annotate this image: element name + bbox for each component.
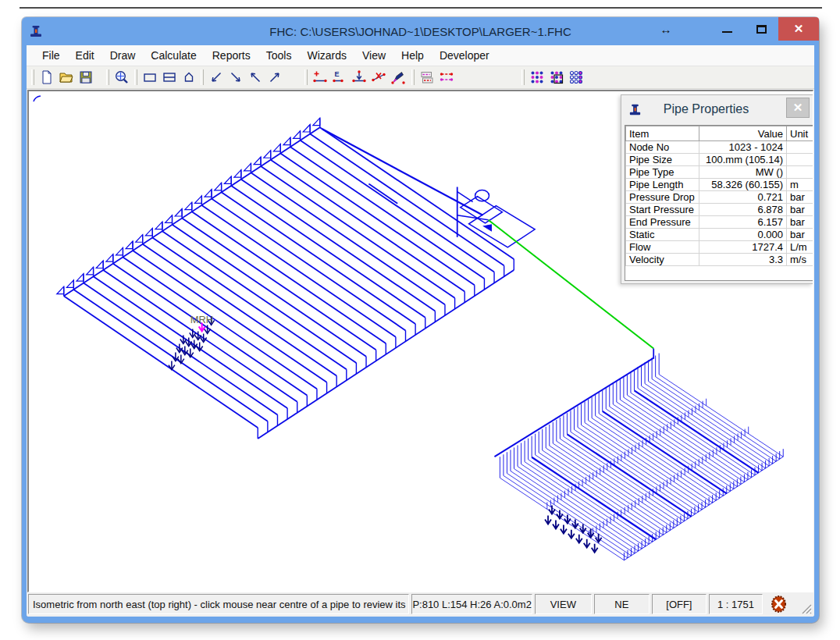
- menu-view[interactable]: View: [354, 45, 393, 66]
- status-orientation-ne[interactable]: NE: [594, 594, 650, 614]
- prop-unit: L/m: [787, 241, 814, 254]
- rect-tool-icon[interactable]: [140, 68, 159, 87]
- drawing-canvas[interactable]: MRH Pipe Properties ✕: [27, 90, 813, 592]
- break-pipe-icon[interactable]: [368, 68, 388, 87]
- add-node-icon[interactable]: [310, 68, 329, 87]
- panel-title: Pipe Properties: [621, 102, 791, 116]
- prop-value: 1727.4: [699, 241, 787, 254]
- menu-calculate[interactable]: Calculate: [143, 45, 204, 66]
- menu-developer[interactable]: Developer: [432, 45, 497, 66]
- prop-item: Velocity: [626, 254, 699, 266]
- menu-tools[interactable]: Tools: [258, 45, 300, 66]
- prop-item: Pipe Length: [626, 179, 699, 191]
- drag-cursor-icon: ↔: [650, 17, 682, 41]
- toolbar-grip: [521, 69, 525, 85]
- pipe-properties-table: Item Value Unit Node No 1023 - 1024 Pipe…: [625, 125, 813, 281]
- prop-unit: [787, 166, 814, 179]
- grid-dots-icon[interactable]: [527, 68, 546, 87]
- pipe-prop-row[interactable]: Pressure Drop 0.721 bar: [626, 191, 814, 204]
- prop-item: End Pressure: [626, 216, 699, 229]
- menu-edit[interactable]: Edit: [68, 45, 102, 66]
- menu-bar: FileEditDrawCalculateReportsToolsWizards…: [27, 45, 814, 66]
- prop-unit: bar: [787, 204, 814, 216]
- prop-unit: [787, 154, 814, 166]
- prop-value: 0.721: [699, 191, 787, 204]
- copy-range-icon[interactable]: [417, 68, 436, 87]
- arrow-nw-icon[interactable]: [245, 68, 265, 87]
- prop-unit: [787, 141, 814, 154]
- open-folder-icon[interactable]: [56, 68, 76, 87]
- toolbar-grip: [106, 69, 109, 85]
- prop-value: 6.878: [699, 204, 787, 216]
- status-tail: [765, 594, 813, 614]
- menu-wizards[interactable]: Wizards: [299, 45, 354, 66]
- split-rect-tool-icon[interactable]: [159, 68, 179, 87]
- save-icon[interactable]: [76, 68, 95, 87]
- toolbar-grip: [411, 69, 415, 85]
- toolbar-grip: [201, 69, 204, 85]
- pipe-prop-row[interactable]: Flow 1727.4 L/m: [626, 241, 814, 254]
- prop-unit: m: [787, 179, 814, 191]
- app-window: FHC: C:\USERS\JOHNAD~1\DESKTOP\LARGER~1.…: [22, 17, 819, 623]
- status-mode-view[interactable]: VIEW: [535, 594, 592, 614]
- panel-close-button[interactable]: ✕: [786, 98, 810, 118]
- prop-item: Flow: [626, 241, 699, 254]
- pipe-prop-row[interactable]: Static 0.000 bar: [626, 229, 814, 241]
- calculation-status-icon[interactable]: [771, 596, 786, 613]
- svg-text:E: E: [334, 70, 339, 78]
- close-button[interactable]: ✕: [778, 17, 819, 41]
- menu-help[interactable]: Help: [393, 45, 432, 66]
- prop-value: 3.3: [699, 254, 787, 266]
- toolbar: E: [27, 66, 814, 89]
- pipe-prop-row[interactable]: Pipe Type MW (): [626, 166, 814, 179]
- pipe-prop-row[interactable]: Pipe Size 100.mm (105.14): [626, 154, 814, 166]
- zoom-extents-icon[interactable]: [112, 68, 131, 87]
- prop-item: Static: [626, 229, 699, 241]
- new-file-icon[interactable]: [37, 68, 56, 87]
- grid-target-icon[interactable]: [546, 68, 566, 87]
- prop-value: 100.mm (105.14): [699, 154, 787, 166]
- prop-value: 1023 - 1024: [699, 141, 787, 154]
- col-value: Value: [699, 126, 787, 141]
- maximize-button[interactable]: [744, 17, 778, 41]
- polygon-tool-icon[interactable]: [179, 68, 198, 87]
- end-node-icon[interactable]: E: [329, 68, 349, 87]
- pipe-properties-header: Pipe Properties ✕: [621, 95, 813, 123]
- prop-item: Pipe Size: [626, 154, 699, 166]
- prop-value: MW (): [699, 166, 787, 179]
- menu-reports[interactable]: Reports: [205, 45, 258, 66]
- menu-file[interactable]: File: [34, 45, 68, 66]
- background-window-edge: [20, 7, 822, 9]
- svg-text:MRH: MRH: [190, 314, 213, 325]
- pipe-prop-row[interactable]: Node No 1023 - 1024: [626, 141, 814, 154]
- pen-icon[interactable]: [388, 68, 408, 87]
- menu-draw[interactable]: Draw: [102, 45, 144, 66]
- pipe-prop-row[interactable]: Start Pressure 6.878 bar: [626, 204, 814, 216]
- status-snap-off[interactable]: [OFF]: [652, 594, 707, 614]
- prop-item: Node No: [626, 141, 699, 154]
- arrow-se-icon[interactable]: [226, 68, 245, 87]
- grid-open-icon[interactable]: [566, 68, 586, 87]
- toolbar-grip: [31, 69, 34, 85]
- minimize-button[interactable]: [710, 17, 744, 41]
- prop-unit: m/s: [787, 254, 814, 266]
- prop-unit: bar: [787, 191, 814, 204]
- prop-item: Pipe Type: [626, 166, 699, 179]
- resize-grip[interactable]: [801, 603, 812, 614]
- col-item: Item: [626, 126, 699, 141]
- arrow-sw-icon[interactable]: [206, 68, 226, 87]
- status-message: Isometric from north east (top right) - …: [28, 594, 409, 614]
- pipe-prop-row[interactable]: Velocity 3.3 m/s: [626, 254, 814, 266]
- prop-unit: bar: [787, 216, 814, 229]
- arrow-ne-icon[interactable]: [265, 68, 284, 87]
- pipe-prop-row[interactable]: Pipe Length 58.326 (60.155) m: [626, 179, 814, 191]
- status-bar: Isometric from north east (top right) - …: [27, 592, 814, 617]
- pipe-properties-panel: Pipe Properties ✕ Item Value Unit: [621, 94, 813, 284]
- status-counts: P:810 L:154 H:26 A:0.0m2: [411, 594, 532, 614]
- pipe-prop-row[interactable]: End Pressure 6.157 bar: [626, 216, 814, 229]
- move-range-icon[interactable]: [436, 68, 456, 87]
- prop-value: 6.157: [699, 216, 787, 229]
- status-scale: 1 : 1751: [709, 594, 763, 614]
- tee-node-icon[interactable]: [349, 68, 368, 87]
- title-bar: FHC: C:\USERS\JOHNAD~1\DESKTOP\LARGER~1.…: [22, 17, 819, 45]
